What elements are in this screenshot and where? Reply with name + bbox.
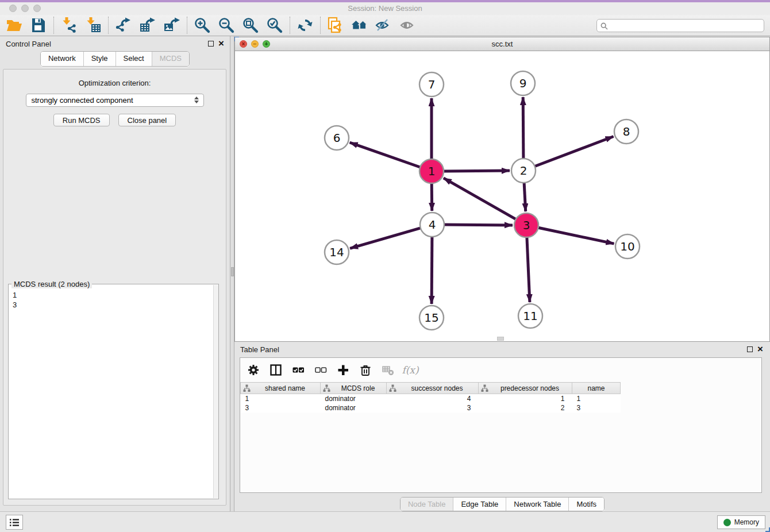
show-hide-columns-icon[interactable] (270, 364, 282, 376)
cell-shared-name[interactable]: 3 (241, 403, 321, 413)
table-tab-motifs[interactable]: Motifs (568, 498, 604, 511)
save-session-icon[interactable] (30, 17, 47, 34)
graph-node-10[interactable]: 10 (615, 234, 640, 259)
memory-button[interactable]: Memory (717, 515, 765, 529)
network-graph[interactable]: 7968124314101511 (235, 51, 769, 341)
zoom-out-icon[interactable] (218, 17, 235, 34)
column-header-name[interactable]: name (572, 383, 621, 394)
import-table-icon[interactable] (84, 17, 102, 34)
cell-name[interactable]: 1 (572, 394, 621, 403)
svg-text:4: 4 (429, 218, 436, 232)
float-panel-icon[interactable] (208, 41, 214, 47)
graph-node-3[interactable]: 3 (514, 213, 538, 237)
canvas-splitter-grip[interactable] (497, 337, 504, 341)
control-panel-tabs: NetworkStyleSelectMCDS (0, 51, 230, 67)
graph-edge-2-8[interactable] (535, 137, 614, 167)
open-session-icon[interactable] (6, 17, 23, 34)
table-toolbar: f(x) (240, 358, 761, 381)
graph-edge-3-10[interactable] (538, 228, 614, 244)
svg-text:2: 2 (520, 164, 528, 178)
table-tab-node-table[interactable]: Node Table (401, 498, 453, 511)
svg-text:7: 7 (428, 78, 436, 91)
zoom-in-icon[interactable] (194, 17, 211, 34)
criterion-dropdown[interactable]: strongly connected component (26, 94, 204, 107)
tab-network[interactable]: Network (41, 52, 83, 66)
splitter-grip[interactable] (231, 267, 234, 276)
tab-select[interactable]: Select (116, 52, 152, 66)
node-table[interactable]: shared nameMCDS rolesuccessor nodesprede… (240, 382, 621, 413)
main-view-column: × − + scc.txt 7968124314101511 Table Pan… (234, 36, 770, 511)
graph-edge-4-3[interactable] (444, 225, 513, 225)
panel-splitter[interactable] (230, 36, 234, 511)
export-network-icon[interactable] (115, 17, 132, 34)
close-panel-button[interactable]: Close panel (118, 114, 176, 126)
import-network-icon[interactable] (60, 17, 78, 34)
graph-node-14[interactable]: 14 (325, 240, 349, 264)
graph-edge-1-4[interactable] (432, 183, 432, 211)
tab-style[interactable]: Style (83, 52, 116, 66)
table-tab-edge-table[interactable]: Edge Table (453, 498, 506, 511)
zoom-selected-icon[interactable] (266, 17, 283, 34)
graph-node-7[interactable]: 7 (419, 72, 444, 97)
column-header-MCDS-role[interactable]: MCDS role (321, 383, 387, 394)
close-table-panel-icon[interactable]: × (757, 346, 763, 352)
column-header-successor-nodes[interactable]: successor nodes (387, 383, 479, 394)
column-header-predecessor-nodes[interactable]: predecessor nodes (479, 383, 572, 394)
graph-edge-2-9[interactable] (523, 97, 523, 159)
result-scrollbar[interactable] (213, 285, 218, 498)
graph-edge-2-3[interactable] (524, 183, 526, 211)
graph-node-4[interactable]: 4 (420, 213, 444, 237)
cell-MCDS-role[interactable]: dominator (321, 403, 387, 413)
resize-grip[interactable] (765, 527, 770, 532)
table-row[interactable]: 1dominator411 (241, 394, 621, 403)
graph-node-15[interactable]: 15 (419, 306, 444, 330)
cell-successor-nodes[interactable]: 4 (387, 394, 479, 403)
network-canvas[interactable]: 7968124314101511 (235, 51, 769, 341)
home-view-icon[interactable] (351, 17, 368, 34)
create-column-icon[interactable] (337, 364, 349, 376)
cell-predecessor-nodes[interactable]: 2 (479, 403, 572, 413)
export-image-icon[interactable] (163, 17, 180, 34)
delete-column-icon[interactable] (359, 364, 372, 376)
copy-network-icon[interactable] (327, 17, 344, 34)
graph-node-1[interactable]: 1 (419, 159, 444, 183)
table-tab-network-table[interactable]: Network Table (506, 498, 568, 511)
status-bar: Memory (0, 511, 770, 532)
graph-node-6[interactable]: 6 (325, 126, 349, 150)
graph-node-2[interactable]: 2 (511, 159, 536, 183)
table-mode-gear-icon[interactable] (247, 364, 260, 376)
graph-edge-1-2[interactable] (444, 171, 510, 171)
cell-shared-name[interactable]: 1 (241, 394, 321, 403)
show-hidden-icon[interactable] (399, 17, 417, 34)
cell-predecessor-nodes[interactable]: 1 (479, 394, 572, 403)
graph-edge-3-1[interactable] (444, 178, 516, 219)
graph-node-11[interactable]: 11 (518, 304, 542, 328)
task-history-button[interactable] (6, 515, 23, 530)
cell-MCDS-role[interactable]: dominator (321, 394, 387, 403)
svg-text:8: 8 (623, 125, 630, 138)
close-panel-icon[interactable]: × (218, 41, 224, 47)
memory-label: Memory (734, 518, 759, 526)
graph-edge-4-14[interactable] (350, 228, 421, 249)
float-table-panel-icon[interactable] (747, 346, 753, 352)
graph-edge-3-11[interactable] (527, 237, 530, 302)
refresh-icon[interactable] (297, 17, 314, 34)
graph-edge-1-6[interactable] (350, 142, 421, 167)
run-mcds-button[interactable]: Run MCDS (53, 114, 110, 126)
search-input[interactable] (596, 19, 764, 32)
mcds-tab-pane: Optimization criterion: strongly connect… (3, 69, 226, 506)
cell-name[interactable]: 3 (572, 403, 621, 413)
tab-mcds[interactable]: MCDS (152, 52, 189, 66)
table-row[interactable]: 3dominator323 (241, 403, 621, 413)
cell-successor-nodes[interactable]: 3 (387, 403, 479, 413)
export-table-icon[interactable] (139, 17, 156, 34)
zoom-fit-icon[interactable] (242, 17, 259, 34)
select-all-icon[interactable] (292, 364, 305, 376)
hide-selected-icon[interactable] (375, 17, 392, 34)
graph-edge-4-15[interactable] (432, 237, 432, 304)
deselect-all-icon[interactable] (314, 364, 327, 376)
column-header-shared-name[interactable]: shared name (241, 383, 321, 394)
graph-node-9[interactable]: 9 (511, 71, 535, 95)
graph-node-8[interactable]: 8 (614, 119, 638, 144)
svg-text:15: 15 (424, 311, 438, 325)
